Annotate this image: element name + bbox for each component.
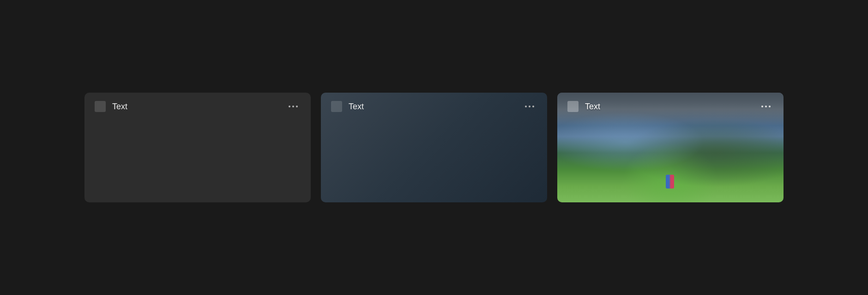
more-icon (769, 106, 771, 107)
placeholder-icon (331, 101, 342, 112)
card-gradient[interactable]: Text (321, 93, 547, 202)
card-header: Text (84, 93, 311, 120)
more-options-button[interactable] (522, 103, 537, 110)
placeholder-icon (567, 101, 579, 112)
more-options-button[interactable] (286, 103, 301, 110)
placeholder-icon (95, 101, 106, 112)
more-icon (761, 106, 763, 107)
more-icon (532, 106, 534, 107)
card-title: Text (585, 102, 759, 112)
more-icon (292, 106, 294, 107)
card-container: Text Text Text (66, 93, 802, 202)
card-title: Text (349, 102, 522, 112)
more-options-button[interactable] (759, 103, 773, 110)
card-image[interactable]: Text (557, 93, 784, 202)
more-icon (525, 106, 527, 107)
card-header: Text (557, 93, 784, 120)
card-plain[interactable]: Text (84, 93, 311, 202)
more-icon (765, 106, 767, 107)
more-icon (529, 106, 530, 107)
more-icon (289, 106, 290, 107)
card-title: Text (112, 102, 286, 112)
card-header: Text (321, 93, 547, 120)
more-icon (296, 106, 298, 107)
